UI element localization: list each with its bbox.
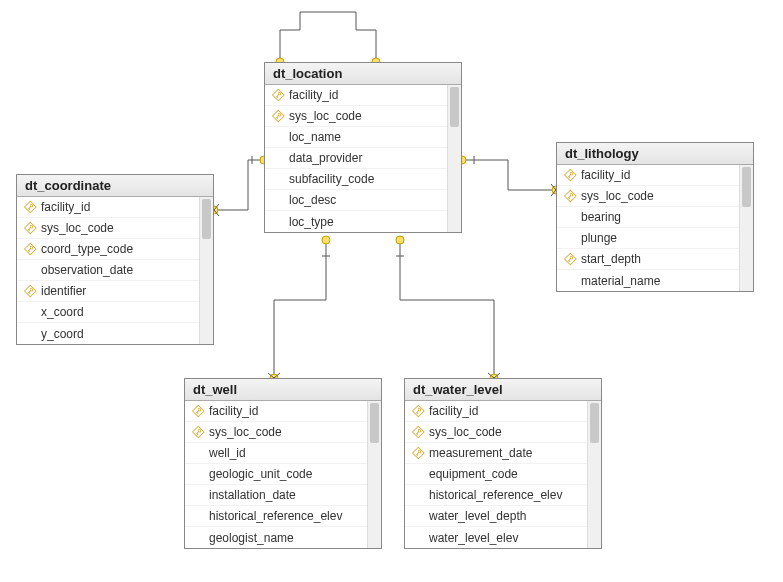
column-list: ⚿facility_id⚿sys_loc_codeloc_namedata_pr… [265, 85, 461, 232]
column-name: plunge [579, 231, 617, 245]
column-row[interactable]: ⚿sys_loc_code [185, 422, 381, 443]
column-name: sys_loc_code [207, 425, 282, 439]
primary-key-icon: ⚿ [409, 448, 427, 459]
column-row[interactable]: ⚿facility_id [265, 85, 461, 106]
entity-title: dt_location [265, 63, 461, 85]
column-row[interactable]: ⚿measurement_date [405, 443, 601, 464]
scrollbar[interactable] [367, 401, 381, 548]
column-row[interactable]: x_coord [17, 302, 213, 323]
entity-dt-water-level[interactable]: dt_water_level ⚿facility_id⚿sys_loc_code… [404, 378, 602, 549]
column-row[interactable]: ⚿start_depth [557, 249, 753, 270]
column-row[interactable]: ⚿coord_type_code [17, 239, 213, 260]
column-name: historical_reference_elev [207, 509, 342, 523]
column-name: historical_reference_elev [427, 488, 562, 502]
column-list: ⚿facility_id⚿sys_loc_codewell_idgeologic… [185, 401, 381, 548]
column-name: loc_name [287, 130, 341, 144]
column-row[interactable]: plunge [557, 228, 753, 249]
primary-key-icon: ⚿ [189, 406, 207, 417]
column-row[interactable]: installation_date [185, 485, 381, 506]
column-row[interactable]: loc_name [265, 127, 461, 148]
column-row[interactable]: ⚿identifier [17, 281, 213, 302]
column-name: material_name [579, 274, 660, 288]
scrollbar-thumb[interactable] [742, 167, 751, 207]
entity-dt-well[interactable]: dt_well ⚿facility_id⚿sys_loc_codewell_id… [184, 378, 382, 549]
erd-canvas: dt_location ⚿facility_id⚿sys_loc_codeloc… [0, 0, 783, 582]
scrollbar[interactable] [739, 165, 753, 291]
primary-key-icon: ⚿ [21, 202, 39, 213]
column-row[interactable]: loc_desc [265, 190, 461, 211]
entity-dt-lithology[interactable]: dt_lithology ⚿facility_id⚿sys_loc_codebe… [556, 142, 754, 292]
key-icon: ⚿ [270, 108, 286, 124]
key-icon: ⚿ [22, 220, 38, 236]
column-name: facility_id [287, 88, 338, 102]
entity-dt-location[interactable]: dt_location ⚿facility_id⚿sys_loc_codeloc… [264, 62, 462, 233]
column-list: ⚿facility_id⚿sys_loc_code⚿coord_type_cod… [17, 197, 213, 344]
column-row[interactable]: ⚿facility_id [405, 401, 601, 422]
column-row[interactable]: ⚿facility_id [185, 401, 381, 422]
key-icon: ⚿ [562, 167, 578, 183]
primary-key-icon: ⚿ [561, 254, 579, 265]
column-name: geologist_name [207, 531, 294, 545]
column-row[interactable]: material_name [557, 270, 753, 291]
entity-dt-coordinate[interactable]: dt_coordinate ⚿facility_id⚿sys_loc_code⚿… [16, 174, 214, 345]
column-row[interactable]: water_level_depth [405, 506, 601, 527]
column-row[interactable]: ⚿sys_loc_code [557, 186, 753, 207]
primary-key-icon: ⚿ [561, 191, 579, 202]
column-name: loc_type [287, 215, 334, 229]
entity-body: ⚿facility_id⚿sys_loc_codebearingplunge⚿s… [557, 165, 753, 291]
column-row[interactable]: ⚿sys_loc_code [17, 218, 213, 239]
column-name: subfacility_code [287, 172, 374, 186]
scrollbar-thumb[interactable] [590, 403, 599, 443]
column-row[interactable]: ⚿sys_loc_code [265, 106, 461, 127]
key-icon: ⚿ [562, 188, 578, 204]
scrollbar-thumb[interactable] [370, 403, 379, 443]
column-row[interactable]: ⚿facility_id [557, 165, 753, 186]
scrollbar[interactable] [199, 197, 213, 344]
column-name: well_id [207, 446, 246, 460]
column-row[interactable]: loc_type [265, 211, 461, 232]
column-row[interactable]: historical_reference_elev [185, 506, 381, 527]
column-row[interactable]: historical_reference_elev [405, 485, 601, 506]
column-row[interactable]: observation_date [17, 260, 213, 281]
key-icon: ⚿ [270, 87, 286, 103]
column-row[interactable]: subfacility_code [265, 169, 461, 190]
column-name: coord_type_code [39, 242, 133, 256]
column-row[interactable]: equipment_code [405, 464, 601, 485]
primary-key-icon: ⚿ [269, 111, 287, 122]
column-name: loc_desc [287, 193, 336, 207]
primary-key-icon: ⚿ [21, 223, 39, 234]
primary-key-icon: ⚿ [21, 286, 39, 297]
column-list: ⚿facility_id⚿sys_loc_code⚿measurement_da… [405, 401, 601, 548]
key-icon: ⚿ [562, 251, 578, 267]
column-name: facility_id [579, 168, 630, 182]
column-name: facility_id [207, 404, 258, 418]
scrollbar-thumb[interactable] [202, 199, 211, 239]
key-icon: ⚿ [410, 403, 426, 419]
entity-body: ⚿facility_id⚿sys_loc_codeloc_namedata_pr… [265, 85, 461, 232]
primary-key-icon: ⚿ [21, 244, 39, 255]
column-row[interactable]: geologist_name [185, 527, 381, 548]
column-row[interactable]: water_level_elev [405, 527, 601, 548]
primary-key-icon: ⚿ [269, 90, 287, 101]
column-name: x_coord [39, 305, 84, 319]
primary-key-icon: ⚿ [409, 427, 427, 438]
column-name: sys_loc_code [427, 425, 502, 439]
column-row[interactable]: geologic_unit_code [185, 464, 381, 485]
column-row[interactable]: bearing [557, 207, 753, 228]
key-icon: ⚿ [190, 424, 206, 440]
scrollbar-thumb[interactable] [450, 87, 459, 127]
scrollbar[interactable] [587, 401, 601, 548]
key-icon: ⚿ [410, 424, 426, 440]
column-name: data_provider [287, 151, 362, 165]
scrollbar[interactable] [447, 85, 461, 232]
column-name: y_coord [39, 327, 84, 341]
column-row[interactable]: ⚿sys_loc_code [405, 422, 601, 443]
column-name: water_level_depth [427, 509, 526, 523]
column-name: equipment_code [427, 467, 518, 481]
column-name: geologic_unit_code [207, 467, 312, 481]
column-row[interactable]: well_id [185, 443, 381, 464]
column-row[interactable]: y_coord [17, 323, 213, 344]
entity-title: dt_coordinate [17, 175, 213, 197]
column-row[interactable]: data_provider [265, 148, 461, 169]
column-row[interactable]: ⚿facility_id [17, 197, 213, 218]
